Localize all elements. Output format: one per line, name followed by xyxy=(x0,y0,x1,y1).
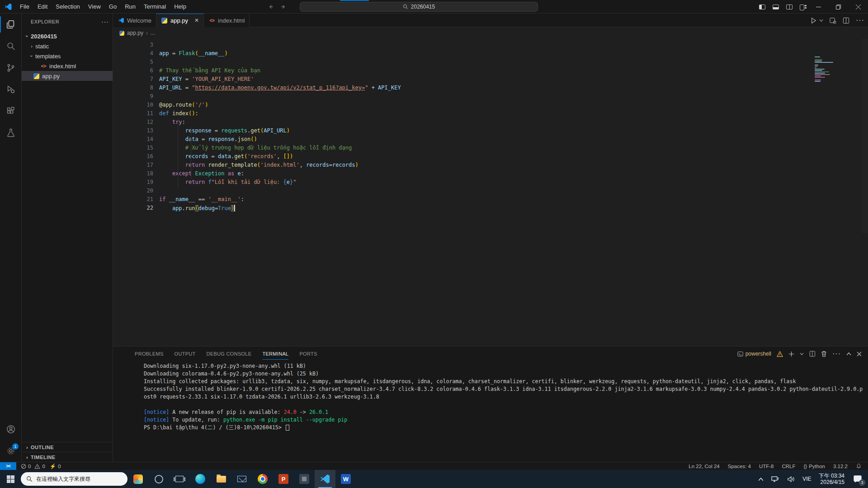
minimap[interactable] xyxy=(815,55,858,82)
file-explorer-icon[interactable] xyxy=(211,470,231,488)
code-line-22[interactable]: 22 app.run(debug=True) xyxy=(113,205,868,213)
minimize-button[interactable] xyxy=(808,0,828,14)
code-line-13[interactable]: 13 response = requests.get(API_URL) xyxy=(113,127,868,136)
code-line-14[interactable]: 14 data = response.json() xyxy=(113,136,868,145)
volume-icon[interactable] xyxy=(787,476,795,483)
breadcrumb[interactable]: app.py › ... xyxy=(113,27,868,39)
network-icon[interactable] xyxy=(771,475,780,483)
source-control-icon[interactable] xyxy=(0,57,22,79)
toggle-sidebar-icon[interactable] xyxy=(759,5,765,9)
ports-indicator[interactable]: ⚡ 0 xyxy=(50,463,61,469)
account-icon[interactable] xyxy=(0,418,22,440)
panel-tab-terminal[interactable]: TERMINAL xyxy=(262,348,288,360)
tree-item-static[interactable]: › static xyxy=(22,41,113,51)
menu-view[interactable]: View xyxy=(84,0,105,14)
terminal-output[interactable]: Downloading six-1.17.0-py2.py3-none-any.… xyxy=(113,361,868,432)
code-line-19[interactable]: 19 return f"Lỗi khi tải dữ liệu: {e}" xyxy=(113,179,868,188)
code-line-21[interactable]: 21if __name__ == '__main__': xyxy=(113,196,868,205)
panel-tab-output[interactable]: OUTPUT xyxy=(175,348,196,359)
taskbar-clock[interactable]: 下午 03:34 2026/4/15 xyxy=(819,473,844,485)
code-line-16[interactable]: 16 records = data.get('records', []) xyxy=(113,153,868,162)
notifications-bell-icon[interactable] xyxy=(856,463,862,469)
search-sidebar-icon[interactable] xyxy=(0,35,22,57)
code-line-6[interactable]: 6# Thay thế bằng API Key của bạn xyxy=(113,67,868,76)
tab-index-html[interactable]: <> index.html xyxy=(204,14,250,27)
menu-selection[interactable]: Selection xyxy=(52,0,84,14)
code-line-15[interactable]: 15 # Xử lý trường hợp dữ liệu trống hoặc… xyxy=(113,145,868,153)
menu-file[interactable]: File xyxy=(16,0,33,14)
code-line-5[interactable]: 5 xyxy=(113,59,868,67)
run-debug-icon[interactable] xyxy=(0,79,22,100)
code-line-12[interactable]: 12 try: xyxy=(113,119,868,127)
menu-edit[interactable]: Edit xyxy=(33,0,52,14)
customize-layout-icon[interactable] xyxy=(800,5,807,9)
menu-terminal[interactable]: Terminal xyxy=(140,0,170,14)
tree-item-app-py[interactable]: app.py xyxy=(22,71,113,81)
start-button[interactable] xyxy=(0,470,21,488)
input-language-indicator[interactable]: VIE xyxy=(802,476,811,482)
run-dropdown-chevron-icon[interactable] xyxy=(819,19,823,22)
edge-icon[interactable] xyxy=(190,470,211,488)
open-changes-icon[interactable] xyxy=(830,17,836,24)
generic-app-icon[interactable] xyxy=(294,470,315,488)
hidden-icons-chevron[interactable] xyxy=(758,477,764,481)
code-line-7[interactable]: 7API_KEY = 'YOUR_API_KEY_HERE' xyxy=(113,76,868,84)
close-panel-icon[interactable] xyxy=(857,352,862,357)
code-line-10[interactable]: 10@app.route('/') xyxy=(113,102,868,110)
tab-welcome[interactable]: Welcome xyxy=(113,14,156,27)
panel-tab-debug-console[interactable]: DEBUG CONSOLE xyxy=(207,348,252,359)
menu-go[interactable]: Go xyxy=(105,0,121,14)
code-line-20[interactable]: 20 xyxy=(113,188,868,196)
code-line-9[interactable]: 9 xyxy=(113,93,868,102)
indentation-setting[interactable]: Spaces: 4 xyxy=(728,464,751,469)
run-python-file-icon[interactable] xyxy=(810,17,817,24)
tab-app-py[interactable]: app.py ✕ xyxy=(156,14,204,27)
outline-section[interactable]: › OUTLINE xyxy=(22,442,113,452)
settings-gear-icon[interactable]: 1 xyxy=(0,440,22,462)
editor-scrollbar[interactable] xyxy=(862,39,868,233)
menu-run[interactable]: Run xyxy=(121,0,140,14)
code-line-3[interactable]: 3 xyxy=(113,42,868,50)
toggle-secondary-sidebar-icon[interactable] xyxy=(786,5,793,9)
code-line-18[interactable]: 18 except Exception as e: xyxy=(113,170,868,179)
new-terminal-icon[interactable] xyxy=(788,351,794,357)
encoding-setting[interactable]: UTF-8 xyxy=(759,464,774,469)
vscode-taskbar-icon[interactable] xyxy=(315,470,335,488)
word-icon[interactable]: W xyxy=(335,470,356,488)
powerpoint-icon[interactable]: P xyxy=(273,470,294,488)
panel-tab-problems[interactable]: PROBLEMS xyxy=(135,348,164,359)
code-line-4[interactable]: 4app = Flask(__name__) xyxy=(113,50,868,59)
task-view-icon[interactable] xyxy=(169,470,190,488)
action-center-button[interactable]: 3 xyxy=(852,473,863,485)
tree-item-templates[interactable]: › templates xyxy=(22,51,113,61)
extensions-icon[interactable] xyxy=(0,100,22,122)
split-terminal-icon[interactable] xyxy=(809,351,816,357)
code-line-11[interactable]: 11def index(): xyxy=(113,110,868,119)
timeline-section[interactable]: › TIMELINE xyxy=(22,452,113,462)
explorer-more-actions[interactable]: ··· xyxy=(101,18,109,25)
cortana-icon[interactable] xyxy=(148,470,169,488)
problems-indicator[interactable]: 0 0 xyxy=(21,464,45,469)
code-editor[interactable]: 34app = Flask(__name__)56# Thay thế bằng… xyxy=(113,39,868,346)
close-window-button[interactable] xyxy=(848,0,868,14)
toggle-panel-icon[interactable] xyxy=(773,5,779,9)
code-line-8[interactable]: 8API_URL = "https://data.moenv.gov.tw/ap… xyxy=(113,84,868,93)
forward-arrow-icon[interactable] xyxy=(280,4,287,9)
close-tab-icon[interactable]: ✕ xyxy=(194,17,199,23)
back-arrow-icon[interactable] xyxy=(268,4,274,9)
terminal-dropdown-icon[interactable] xyxy=(800,352,804,356)
python-version[interactable]: 3.12.2 xyxy=(833,464,848,469)
panel-tab-ports[interactable]: PORTS xyxy=(299,348,317,359)
mail-icon[interactable] xyxy=(231,470,252,488)
taskbar-search-input[interactable]: 在這裡輸入文字來搜尋 xyxy=(21,472,127,486)
terminal-shell-label[interactable]: powershell xyxy=(737,351,771,357)
testing-icon[interactable] xyxy=(0,122,22,144)
more-actions-icon[interactable]: ··· xyxy=(856,16,864,24)
tree-root-folder[interactable]: › 20260415 xyxy=(22,31,113,41)
widgets-weather-icon[interactable] xyxy=(127,470,148,488)
panel-more-actions-icon[interactable]: ··· xyxy=(832,350,841,358)
explorer-icon[interactable] xyxy=(0,14,22,35)
remote-indicator[interactable]: >< xyxy=(0,462,16,470)
cursor-position[interactable]: Ln 22, Col 24 xyxy=(689,464,719,469)
restore-button[interactable] xyxy=(828,0,848,14)
